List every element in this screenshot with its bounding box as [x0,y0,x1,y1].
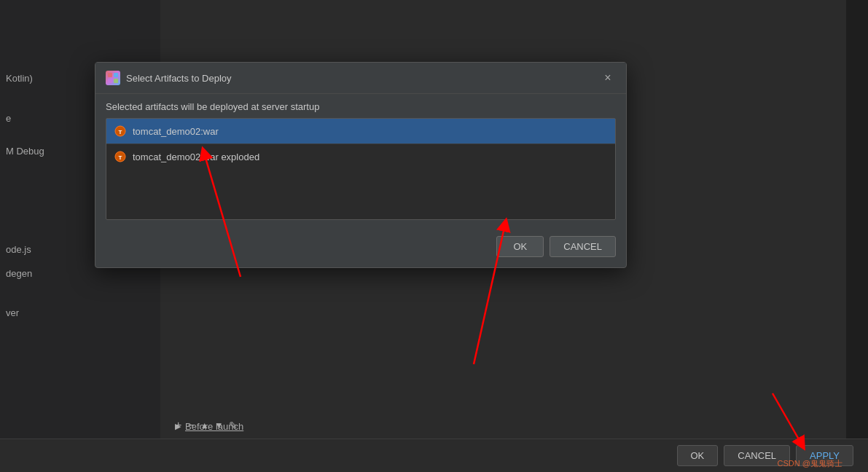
svg-text:T: T [119,129,122,135]
artifact-label-war-exploded: tomcat_demo02:war exploded [133,152,259,162]
dialog-titlebar: Select Artifacts to Deploy × [95,63,626,94]
svg-text:T: T [119,154,122,161]
artifact-label-war: tomcat_demo02:war [133,126,219,137]
svg-rect-1 [114,73,118,77]
svg-rect-2 [108,79,112,83]
dialog-subtitle: Selected artifacts will be deployed at s… [95,94,626,118]
dialog-ok-button[interactable]: OK [496,236,544,257]
svg-rect-3 [114,79,118,83]
artifact-icon-war-exploded: T [114,150,127,163]
dialog-overlay: Select Artifacts to Deploy × Selected ar… [0,0,868,472]
artifact-item-war[interactable]: T tomcat_demo02:war [106,119,615,144]
dialog-title: Select Artifacts to Deploy [126,73,232,84]
dialog-close-button[interactable]: × [600,70,616,86]
select-artifacts-dialog: Select Artifacts to Deploy × Selected ar… [95,62,627,268]
artifact-list: T tomcat_demo02:war T tomcat_demo02:war … [106,118,616,220]
artifact-icon-war: T [114,125,127,138]
artifact-item-war-exploded[interactable]: T tomcat_demo02:war exploded [106,144,615,169]
dialog-app-icon [106,71,120,85]
dialog-title-left: Select Artifacts to Deploy [106,71,232,85]
svg-rect-0 [108,73,112,77]
dialog-cancel-button[interactable]: CANCEL [550,236,616,257]
dialog-footer: OK CANCEL [95,230,626,267]
csdn-watermark: CSDN @鬼鬼骑士 [778,458,842,469]
